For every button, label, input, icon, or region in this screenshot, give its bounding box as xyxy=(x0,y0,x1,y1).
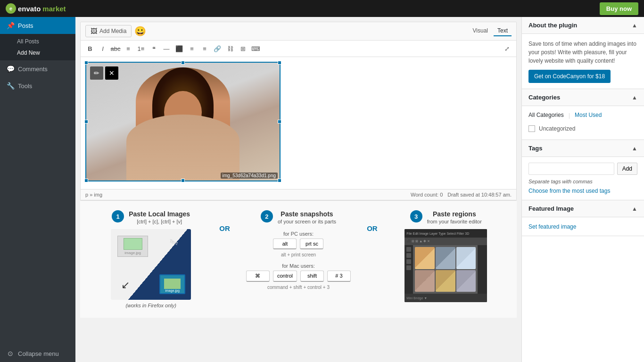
categories-title: Categories xyxy=(528,94,560,101)
step3-number: 3 xyxy=(410,210,422,222)
editor-status-bar: p » img Word count: 0 Draft saved at 10:… xyxy=(81,189,516,200)
buy-now-button[interactable]: Buy now xyxy=(600,2,638,15)
hr-button[interactable]: — xyxy=(161,43,172,54)
align-left-button[interactable]: ⬛ xyxy=(173,43,185,54)
editor-toolbar: 🖼 Add Media 😀 Visual Text B xyxy=(80,22,517,200)
most-used-tab[interactable]: Most Used xyxy=(575,112,602,119)
all-categories-tab[interactable]: All Categories xyxy=(528,112,564,119)
prtsc-key: prt sc xyxy=(300,239,323,249)
featured-image-section: Featured Image ▲ Set featured image xyxy=(522,200,644,236)
editor-main: 🖼 Add Media 😀 Visual Text B xyxy=(75,17,521,362)
tab-separator: | xyxy=(569,112,570,119)
resize-handle-tl[interactable] xyxy=(84,61,88,65)
ordered-list-button[interactable]: 1≡ xyxy=(135,43,147,54)
unlink-button[interactable]: ⛓ xyxy=(224,43,236,54)
unordered-list-button[interactable]: ≡ xyxy=(123,43,134,54)
featured-image-header[interactable]: Featured Image ▲ xyxy=(522,200,644,217)
resize-handle-bl[interactable] xyxy=(84,179,88,182)
align-center-button[interactable]: ≡ xyxy=(186,43,198,54)
step1-keys: [ctrl] + [c], [ctrl] + [v] xyxy=(129,219,190,224)
tags-section: Tags ▲ Add Separate tags with commas Cho… xyxy=(522,140,644,200)
logo-icon: e xyxy=(6,3,16,14)
sidebar-collapse-label: Collapse menu xyxy=(18,350,59,357)
blockquote-button[interactable]: ❝ xyxy=(148,43,159,54)
featured-toggle-icon: ▲ xyxy=(632,206,637,212)
step1-preview: image.jpg Text ↙ image.jpg xyxy=(111,229,191,300)
word-count-label: Word count: 0 xyxy=(411,192,443,197)
plugin-info: 1 Paste Local Images [ctrl] + [c], [ctrl… xyxy=(80,200,517,318)
uncategorized-checkbox[interactable] xyxy=(528,125,535,132)
cmd-key: ⌘ xyxy=(246,271,270,282)
tags-hint: Separate tags with commas xyxy=(528,179,637,184)
about-section-header[interactable]: About the plugin ▲ xyxy=(522,17,644,34)
posts-icon: 📌 xyxy=(7,22,14,29)
tools-icon: 🔧 xyxy=(7,82,14,90)
resize-handle-mr[interactable] xyxy=(278,120,281,123)
step3-title: Paste regions xyxy=(427,210,482,218)
step1-note: (works in Firefox only) xyxy=(125,303,176,308)
table-button[interactable]: ⊞ xyxy=(237,43,248,54)
sidebar: 📌 Posts All Posts Add New 💬 Comments 🔧 T… xyxy=(0,17,75,362)
keyboard-button[interactable]: ⌨ xyxy=(250,43,261,54)
expand-button[interactable]: ⤢ xyxy=(501,43,512,54)
image-edit-button[interactable]: ✏ xyxy=(90,66,103,80)
italic-button[interactable]: I xyxy=(97,43,108,54)
strikethrough-button[interactable]: abc xyxy=(110,43,121,54)
sidebar-all-posts[interactable]: All Posts xyxy=(0,36,75,47)
sidebar-item-tools[interactable]: 🔧 Tools xyxy=(0,77,75,94)
image-remove-button[interactable]: ✕ xyxy=(105,66,118,80)
tags-add-button[interactable]: Add xyxy=(617,163,637,175)
tab-text[interactable]: Text xyxy=(494,26,512,36)
resize-handle-bm[interactable] xyxy=(181,179,185,182)
sidebar-add-new[interactable]: Add New xyxy=(0,47,75,58)
categories-toggle-icon: ▲ xyxy=(632,94,637,101)
comments-icon: 💬 xyxy=(7,65,14,73)
about-toggle-icon: ▲ xyxy=(632,22,637,29)
about-title: About the plugin xyxy=(528,22,577,29)
step-2: 2 Paste snapshots of your screen or its … xyxy=(232,210,364,294)
set-featured-image-link[interactable]: Set featured image xyxy=(528,223,576,230)
add-media-button[interactable]: 🖼 Add Media xyxy=(85,25,132,37)
step2-number: 2 xyxy=(261,210,273,222)
alt-key: alt xyxy=(273,239,297,249)
about-body: Save tons of time when adding images int… xyxy=(522,34,644,89)
resize-handle-tm[interactable] xyxy=(181,61,185,65)
plugin-steps: 1 Paste Local Images [ctrl] + [c], [ctrl… xyxy=(85,206,512,313)
about-section: About the plugin ▲ Save tons of time whe… xyxy=(522,17,644,89)
sidebar-item-comments[interactable]: 💬 Comments xyxy=(0,60,75,77)
tags-input-row: Add xyxy=(528,163,637,175)
step-1: 1 Paste Local Images [ctrl] + [c], [ctrl… xyxy=(85,210,217,308)
about-text: Save tons of time when adding images int… xyxy=(528,40,637,65)
tags-body: Add Separate tags with commas Choose fro… xyxy=(522,157,644,200)
sidebar-tools-label: Tools xyxy=(18,82,32,90)
align-right-button[interactable]: ≡ xyxy=(199,43,210,54)
categories-tabs: All Categories | Most Used xyxy=(528,112,637,119)
sidebar-comments-label: Comments xyxy=(18,66,48,73)
tab-visual[interactable]: Visual xyxy=(469,26,492,36)
editor-top-left: 🖼 Add Media 😀 xyxy=(85,25,146,37)
mac-label: for Mac users: xyxy=(245,263,352,269)
bold-button[interactable]: B xyxy=(84,43,96,54)
or-separator-2: OR xyxy=(364,224,380,232)
sidebar-posts-label: Posts xyxy=(18,22,33,29)
sidebar-item-posts[interactable]: 📌 Posts xyxy=(0,17,75,34)
categories-section-header[interactable]: Categories ▲ xyxy=(522,89,644,106)
codecanyon-button[interactable]: Get on CodeCanyon for $18 xyxy=(528,70,611,83)
link-button[interactable]: 🔗 xyxy=(212,43,223,54)
add-media-icon: 🖼 xyxy=(91,27,97,35)
tags-title: Tags xyxy=(528,145,542,152)
resize-handle-br[interactable] xyxy=(278,179,281,182)
resize-handle-tr[interactable] xyxy=(278,61,281,65)
or-separator-1: OR xyxy=(217,224,232,232)
editor-content[interactable]: ✏ ✕ img_53d62a74a33d1.png xyxy=(81,57,516,189)
mac-section: for Mac users: ⌘ control shift # 3 comma… xyxy=(245,261,352,290)
choose-tags-link[interactable]: Choose from the most used tags xyxy=(528,188,610,194)
smiley-icon[interactable]: 😀 xyxy=(134,25,146,37)
resize-handle-ml[interactable] xyxy=(84,120,88,123)
logo-market: market xyxy=(42,5,66,13)
tags-input[interactable] xyxy=(528,163,614,175)
breadcrumb: p » img xyxy=(85,192,102,197)
sidebar-collapse[interactable]: ⊙ Collapse menu xyxy=(0,345,75,362)
tags-section-header[interactable]: Tags ▲ xyxy=(522,140,644,157)
editor-buttons-bar: B I abc ≡ 1≡ ❝ — ⬛ ≡ ≡ 🔗 ⛓ ⊞ ⌨ xyxy=(81,41,516,57)
